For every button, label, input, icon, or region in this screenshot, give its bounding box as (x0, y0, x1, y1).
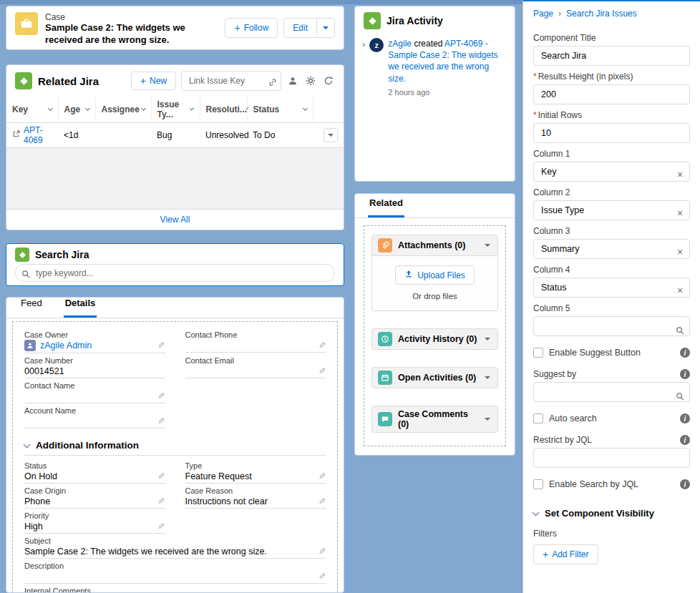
attachments-header[interactable]: Attachments (0) (371, 235, 498, 256)
edit-icon[interactable] (157, 521, 165, 531)
case-highlights-card[interactable]: Case Sample Case 2: The widgets we recei… (6, 6, 344, 50)
chevron-right-icon[interactable] (362, 39, 365, 98)
edit-icon[interactable] (319, 496, 326, 506)
breadcrumb-page-link[interactable]: Page (533, 9, 553, 19)
column1-input[interactable] (533, 162, 690, 182)
edit-icon[interactable] (319, 340, 326, 351)
enable-search-jql-checkbox[interactable] (533, 479, 543, 489)
tab-details[interactable]: Details (64, 298, 97, 318)
search-jira-card[interactable]: Search Jira (6, 243, 344, 286)
edit-icon[interactable] (319, 366, 326, 376)
column-header-resolution[interactable]: Resoluti... (200, 97, 247, 123)
open-activities-header[interactable]: Open Activities (0) (371, 367, 498, 388)
search-icon (676, 391, 684, 403)
component-title-input[interactable] (533, 46, 690, 66)
field-contact-name: Contact Name (24, 381, 165, 403)
column-header-age[interactable]: Age (58, 97, 95, 123)
collapse-button[interactable] (483, 416, 492, 422)
column2-field: Column 2 (533, 187, 690, 220)
edit-icon[interactable] (319, 572, 326, 582)
new-issue-button[interactable]: New (131, 72, 176, 90)
additional-information-section[interactable]: Additional Information (24, 431, 326, 456)
set-component-visibility[interactable]: Set Component Visibility (533, 508, 690, 519)
issue-key-link[interactable]: APT-4069 (24, 125, 52, 145)
add-filter-button[interactable]: Add Filter (533, 544, 598, 564)
info-icon[interactable] (680, 413, 690, 423)
edit-icon[interactable] (157, 416, 165, 426)
breadcrumb-current: Search Jira Issues (566, 9, 637, 19)
collapse-button[interactable] (483, 375, 492, 381)
related-tabbar: Related (355, 194, 515, 218)
related-jira-card[interactable]: Related Jira New (6, 64, 344, 230)
attachment-icon (378, 238, 392, 253)
clear-icon[interactable] (673, 245, 687, 259)
restrict-jql-input[interactable] (533, 448, 690, 468)
chevron-down-icon (302, 106, 307, 111)
refresh-icon[interactable] (322, 74, 335, 87)
link-icon (268, 77, 277, 89)
edit-icon[interactable] (319, 471, 326, 481)
related-lists-region: Attachments (0) Upload Files Or drop fil… (364, 225, 506, 446)
jira-icon (15, 248, 29, 262)
info-icon[interactable] (680, 479, 690, 489)
info-icon[interactable] (680, 348, 690, 358)
age-cell: <1d (58, 123, 95, 148)
upload-files-button[interactable]: Upload Files (395, 265, 475, 285)
jira-activity-card[interactable]: Jira Activity z zAgile created APT-4069 … (354, 6, 515, 182)
activity-history-header[interactable]: Activity History (0) (371, 328, 498, 350)
clear-icon[interactable] (673, 167, 687, 182)
column-header-issue-type[interactable]: Issue Ty... (151, 97, 200, 123)
component-title: Jira Activity (387, 15, 443, 26)
user-sync-icon[interactable] (286, 74, 299, 87)
enable-suggest-checkbox[interactable] (533, 348, 543, 358)
search-icon (676, 325, 684, 338)
lightning-app-builder: Case Sample Case 2: The widgets we recei… (0, 0, 700, 593)
column4-input[interactable] (533, 278, 690, 298)
field-description: Description (24, 562, 326, 584)
tab-feed[interactable]: Feed (19, 298, 44, 318)
tab-related[interactable]: Related (368, 197, 404, 217)
column2-input[interactable] (533, 200, 690, 220)
initial-rows-input[interactable] (533, 123, 690, 143)
row-actions-button[interactable] (324, 128, 338, 142)
results-height-input[interactable] (533, 84, 690, 104)
column-header-status[interactable]: Status (247, 97, 313, 123)
field-account-name: Account Name (24, 406, 165, 428)
suggest-by-input[interactable] (533, 382, 690, 402)
edit-icon[interactable] (157, 496, 165, 506)
view-all-link[interactable]: View All (160, 215, 190, 225)
case-comments-header[interactable]: Case Comments (0) (371, 406, 498, 433)
breadcrumb-separator (553, 9, 566, 19)
edit-icon[interactable] (157, 471, 165, 481)
column-header-assignee[interactable]: Assignee (95, 97, 151, 123)
follow-button[interactable]: Follow (225, 18, 278, 38)
collapse-button[interactable] (483, 242, 492, 248)
collapse-button[interactable] (483, 336, 492, 342)
attachments-dropzone[interactable]: Upload Files Or drop files (371, 256, 498, 311)
clear-icon[interactable] (673, 206, 687, 220)
column-header-key[interactable]: Key (6, 97, 58, 123)
column5-input[interactable] (533, 316, 690, 336)
edit-icon[interactable] (157, 391, 165, 401)
case-owner-link[interactable]: zAgile Admin (40, 340, 92, 351)
link-issue-key-input[interactable] (181, 71, 281, 91)
edit-button[interactable]: Edit (283, 18, 317, 38)
plus-icon (140, 76, 146, 87)
entity-label: Case (45, 12, 218, 22)
actor-link[interactable]: zAgile (388, 39, 412, 49)
field-type: Type Feature Request (185, 461, 326, 484)
info-icon[interactable] (680, 369, 690, 379)
column3-input[interactable] (533, 239, 690, 259)
edit-icon[interactable] (319, 547, 326, 557)
empty-results-area (6, 148, 344, 209)
settings-gear-icon[interactable] (304, 74, 317, 87)
edit-icon[interactable] (157, 340, 165, 351)
info-icon[interactable] (680, 435, 690, 445)
chevron-down-icon (190, 106, 195, 111)
suggest-by-label-row: Suggest by (533, 369, 690, 379)
more-actions-button[interactable] (316, 18, 335, 38)
jira-search-input[interactable] (15, 264, 335, 282)
initial-rows-field: Initial Rows (533, 110, 690, 143)
auto-search-checkbox[interactable] (533, 413, 543, 423)
clear-icon[interactable] (673, 283, 687, 298)
